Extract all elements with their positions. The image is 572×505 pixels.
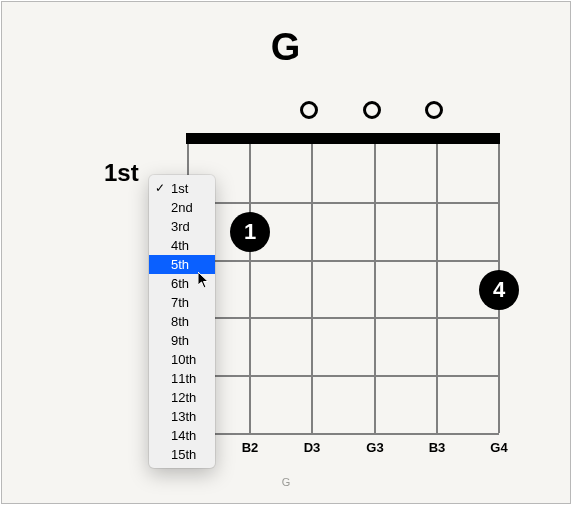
string-note-label: B3 — [422, 440, 452, 455]
fret-dropdown-item-label: 7th — [171, 295, 189, 310]
fret-line — [187, 375, 499, 377]
string-note-label: G4 — [484, 440, 514, 455]
fret-dropdown-item-label: 1st — [171, 181, 188, 196]
fret-dropdown-item-label: 4th — [171, 238, 189, 253]
chord-name: G — [2, 26, 570, 69]
fret-dropdown-item[interactable]: 4th — [149, 236, 215, 255]
fret-dropdown-item-label: 13th — [171, 409, 196, 424]
fret-dropdown-item[interactable]: 6th — [149, 274, 215, 293]
fret-dropdown-item-label: 10th — [171, 352, 196, 367]
string-note-label: B2 — [235, 440, 265, 455]
fret-dropdown-item[interactable]: 14th — [149, 426, 215, 445]
fret-dropdown-item-label: 11th — [171, 371, 196, 386]
fret-dropdown-item[interactable]: ✓1st — [149, 179, 215, 198]
chord-editor-panel: G 1st 14 B2D3G3B3G4 G ✓1st2nd3rd4th5th6t… — [1, 1, 571, 504]
open-string-marker[interactable] — [300, 101, 318, 119]
fret-dropdown-item[interactable]: 5th — [149, 255, 215, 274]
string-line — [436, 144, 438, 433]
fret-dropdown-item[interactable]: 3rd — [149, 217, 215, 236]
chord-caption: G — [2, 476, 570, 488]
string-note-label: G3 — [360, 440, 390, 455]
fret-dropdown-item-label: 15th — [171, 447, 196, 462]
starting-fret-dropdown[interactable]: ✓1st2nd3rd4th5th6th7th8th9th10th11th12th… — [149, 175, 215, 468]
check-icon: ✓ — [155, 179, 165, 198]
fret-dropdown-item-label: 2nd — [171, 200, 193, 215]
fret-dropdown-item[interactable]: 7th — [149, 293, 215, 312]
fret-line — [187, 433, 499, 435]
fret-dropdown-item[interactable]: 11th — [149, 369, 215, 388]
fret-dropdown-item-label: 6th — [171, 276, 189, 291]
finger-dot[interactable]: 4 — [479, 270, 519, 310]
fret-line — [187, 317, 499, 319]
fret-dropdown-item-label: 5th — [171, 257, 189, 272]
fret-dropdown-item[interactable]: 15th — [149, 445, 215, 464]
fret-dropdown-item[interactable]: 9th — [149, 331, 215, 350]
fret-dropdown-item-label: 12th — [171, 390, 196, 405]
fret-line — [187, 260, 499, 262]
string-note-label: D3 — [297, 440, 327, 455]
open-string-marker[interactable] — [363, 101, 381, 119]
starting-fret-label[interactable]: 1st — [104, 159, 139, 187]
open-string-marker[interactable] — [425, 101, 443, 119]
string-line — [311, 144, 313, 433]
fret-dropdown-item-label: 14th — [171, 428, 196, 443]
fret-dropdown-item-label: 8th — [171, 314, 189, 329]
finger-dot[interactable]: 1 — [230, 212, 270, 252]
fret-line — [187, 202, 499, 204]
fret-dropdown-item[interactable]: 13th — [149, 407, 215, 426]
fret-dropdown-item[interactable]: 2nd — [149, 198, 215, 217]
fretboard-nut — [186, 133, 500, 144]
fret-dropdown-item[interactable]: 12th — [149, 388, 215, 407]
string-line — [249, 144, 251, 433]
string-line — [374, 144, 376, 433]
fret-dropdown-item-label: 3rd — [171, 219, 190, 234]
fret-dropdown-item[interactable]: 8th — [149, 312, 215, 331]
fret-dropdown-item[interactable]: 10th — [149, 350, 215, 369]
fret-dropdown-item-label: 9th — [171, 333, 189, 348]
